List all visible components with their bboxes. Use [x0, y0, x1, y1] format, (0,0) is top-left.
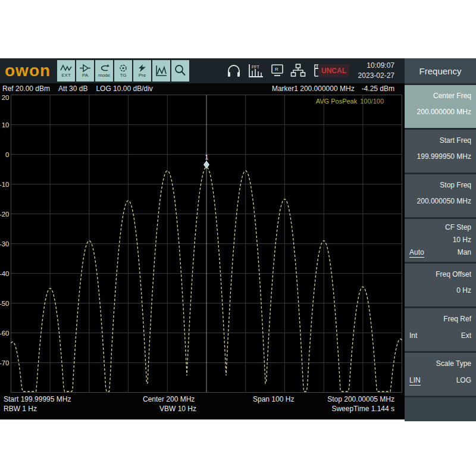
trace-view-button[interactable] [152, 60, 170, 82]
waveform-icon [60, 64, 72, 73]
trace-chart-icon [154, 64, 168, 78]
svg-text:-10: -10 [0, 181, 10, 188]
svg-text:-70: -70 [0, 359, 10, 367]
menu-stop-freq[interactable]: Stop Freq200.000050 MHz [405, 174, 476, 217]
svg-text:-50: -50 [0, 300, 10, 307]
toolbar-button-caption: mode [98, 73, 110, 78]
svg-text:-60: -60 [0, 330, 10, 337]
menu-option-row: IntExt [409, 331, 471, 340]
trace-mode-label: AVG PosPeak100/100 [316, 98, 384, 105]
menu-button-value: 0 Hz [409, 286, 471, 295]
remote-display-icon: R [270, 63, 284, 79]
toolbar-button-caption: Pre [139, 73, 146, 78]
vbw-readout: VBW 10 Hz [159, 405, 196, 413]
marker-amplitude-readout: -4.25 dBm [362, 84, 394, 93]
option-ext[interactable]: Ext [461, 331, 471, 340]
headphones-icon [226, 63, 242, 79]
span-readout: Span 100 Hz [253, 395, 294, 403]
menu-title: Frequency [405, 58, 476, 83]
option-lin[interactable]: LIN [409, 376, 421, 386]
preamp-button[interactable]: PA [76, 60, 94, 82]
menu-freq-offset[interactable]: Freq Offset0 Hz [405, 264, 476, 306]
tracking-generator-button[interactable]: TG [114, 60, 132, 82]
svg-text:-20: -20 [0, 211, 10, 218]
menu-button-value: 200.000000 MHz [409, 108, 471, 116]
clock-time: 10:09:07 [358, 61, 394, 71]
spectrum-analyzer-screen: owon EXT PA mode [0, 58, 476, 419]
menu-buttons: Center Freq200.000000 MHzStart Freq199.9… [405, 85, 476, 396]
clock-date: 2023-02-27 [358, 71, 394, 81]
menu-button-label: Freq Offset [409, 270, 471, 278]
brand-logo: owon [5, 61, 51, 80]
preset-button[interactable]: Pre [133, 60, 151, 82]
menu-button-label: Scale Type [409, 359, 471, 368]
svg-text:20: 20 [2, 94, 10, 101]
toolbar-buttons: EXT PA mode TG [57, 60, 189, 82]
datetime-display: 10:09:07 2023-02-27 [358, 61, 394, 81]
ext-trigger-button[interactable]: EXT [57, 60, 75, 82]
empty-menu-slot [405, 397, 476, 421]
menu-center-freq[interactable]: Center Freq200.000000 MHz [405, 85, 476, 128]
menu-option-row: LINLOG [409, 376, 471, 386]
menu-cf-step[interactable]: CF Step10 HzAutoMan [405, 219, 476, 262]
sweep-time-readout: SweepTime 1.144 s [331, 405, 394, 413]
mode-button[interactable]: mode [95, 60, 113, 82]
attenuation-readout: Att 30 dB [58, 84, 87, 93]
start-freq-readout: Start 199.99995 MHz [4, 395, 71, 403]
toolbar-button-caption: EXT [61, 73, 71, 78]
menu-button-label: Stop Freq [409, 181, 471, 189]
lightning-icon [136, 64, 148, 73]
menu-button-label: Freq Ref [409, 315, 471, 323]
svg-text:10: 10 [2, 121, 10, 129]
marker-diamond [204, 161, 209, 168]
magnifier-icon [173, 64, 187, 78]
avg-pospeak-label: AVG PosPeak [316, 98, 358, 105]
uncal-warning-badge: UNCAL [318, 64, 349, 77]
menu-button-value: 10 Hz [409, 236, 471, 244]
option-log[interactable]: LOG [456, 376, 471, 386]
average-count: 100/100 [360, 98, 384, 105]
svg-text:R: R [275, 67, 278, 72]
log-scale-readout: LOG 10.00 dB/div [96, 84, 152, 93]
option-man[interactable]: Man [458, 248, 471, 258]
stop-freq-readout: Stop 200.00005 MHz [327, 395, 394, 403]
lan-network-icon [290, 63, 306, 79]
marker-frequency-readout: Marker1 200.000000 MHz [272, 84, 355, 93]
fft-display-icon: FFT [247, 63, 265, 79]
svg-text:-30: -30 [0, 240, 10, 248]
settings-readout-bar: Ref 20.00 dBmAtt 30 dBLOG 10.00 dB/div M… [0, 83, 405, 94]
option-int[interactable]: Int [409, 331, 417, 340]
menu-button-value: 200.000050 MHz [409, 197, 471, 205]
target-circle-icon [117, 64, 129, 73]
menu-button-label: Center Freq [409, 92, 471, 100]
frequency-menu-panel: Frequency Center Freq200.000000 MHzStart… [405, 58, 476, 419]
spectrum-plot: 20100-10-20-30-40-50-60-701 [0, 94, 405, 393]
spectrum-display[interactable]: 20100-10-20-30-40-50-60-701 AVG PosPeak1… [0, 94, 405, 393]
amplifier-icon [79, 64, 91, 73]
menu-start-freq[interactable]: Start Freq199.999950 MHz [405, 130, 476, 173]
loop-arrows-icon [98, 64, 110, 73]
zoom-search-button[interactable] [171, 60, 189, 82]
menu-button-label: CF Step [409, 223, 471, 231]
menu-scale-type[interactable]: Scale TypeLINLOG [405, 353, 476, 396]
frequency-readout-bar: Start 199.99995 MHz Center 200 MHz Span … [0, 393, 405, 419]
ref-level-readout: Ref 20.00 dBm [2, 84, 50, 93]
option-auto[interactable]: Auto [409, 248, 424, 258]
center-freq-readout: Center 200 MHz [143, 395, 195, 403]
menu-button-value: 199.999950 MHz [409, 152, 471, 161]
toolbar-button-caption: TG [120, 73, 126, 78]
svg-text:-40: -40 [0, 270, 10, 277]
menu-button-label: Start Freq [409, 136, 471, 145]
top-toolbar: owon EXT PA mode [0, 58, 405, 83]
status-icons: FFT R [226, 63, 325, 79]
marker-number: 1 [205, 154, 209, 161]
menu-option-row: AutoMan [409, 248, 471, 258]
toolbar-button-caption: PA [82, 73, 88, 78]
svg-text:0: 0 [5, 151, 9, 158]
menu-freq-ref[interactable]: Freq RefIntExt [405, 308, 476, 351]
svg-text:FFT: FFT [252, 65, 260, 69]
rbw-readout: RBW 1 Hz [4, 405, 37, 413]
